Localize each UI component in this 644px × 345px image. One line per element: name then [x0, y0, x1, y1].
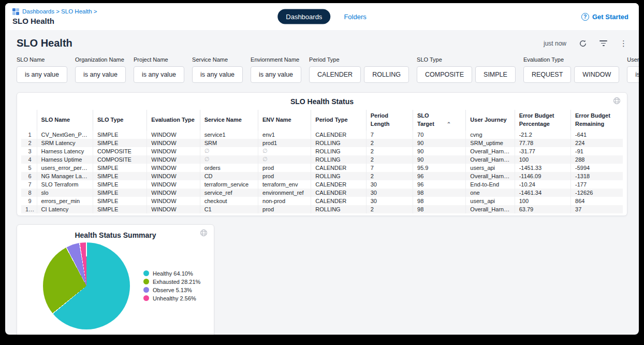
- filter-value-button[interactable]: REQUEST: [523, 66, 571, 83]
- column-header[interactable]: SLO Target⌃: [413, 110, 466, 131]
- table-row[interactable]: 1CV_NextGen_ProdSIMPLEWINDOWservice1env1…: [21, 131, 623, 139]
- column-header[interactable]: User Journey: [466, 110, 515, 131]
- table-cell: terraform_env: [258, 180, 311, 189]
- table-cell: WINDOW: [147, 197, 200, 205]
- table-row[interactable]: 3Harness LatencyCOMPOSITEWINDOW∅∅ROLLING…: [21, 147, 623, 155]
- row-number: 2: [21, 139, 37, 147]
- legend-item[interactable]: Healthy 64.10%: [143, 270, 200, 277]
- filter-value-button[interactable]: CALENDER: [309, 66, 361, 83]
- column-header[interactable]: ENV Name: [258, 110, 311, 131]
- filter-label: Period Type: [309, 56, 409, 63]
- table-cell: ROLLING: [311, 172, 366, 180]
- filter-value-button[interactable]: COMPOSITE: [417, 66, 472, 83]
- filter-icon[interactable]: [599, 40, 607, 46]
- column-header[interactable]: Error Budget Percentage: [515, 110, 570, 131]
- filter-value-button[interactable]: is any value: [75, 66, 126, 83]
- table-cell: non-prod: [258, 197, 311, 205]
- filter-value-button[interactable]: WINDOW: [574, 66, 619, 83]
- filter-value-button[interactable]: is any value: [251, 66, 301, 83]
- table-row[interactable]: 4Harness UptimeCOMPOSITEWINDOW∅∅ROLLING2…: [21, 155, 623, 164]
- column-header[interactable]: Period Type: [311, 110, 366, 131]
- filter-label: SLO Type: [417, 56, 516, 63]
- tab-dashboards[interactable]: Dashboards: [277, 9, 330, 24]
- globe-icon[interactable]: [613, 97, 621, 107]
- filter-label: Service Name: [192, 56, 243, 63]
- row-number: 7: [21, 180, 37, 189]
- table-cell: 90: [413, 139, 466, 147]
- table-row[interactable]: 10CI LatencySIMPLEWINDOWC1prodROLLING298…: [21, 205, 623, 213]
- table-row[interactable]: 8sloSIMPLEWINDOWservice_refenvironment_r…: [21, 189, 623, 197]
- table-cell: Overall_Harness: [466, 155, 515, 164]
- table-row[interactable]: 6NG Manager LatencySIMPLEWINDOWCDprodROL…: [21, 172, 623, 180]
- table-cell: CALENDER: [311, 131, 366, 139]
- column-header[interactable]: Error Budget Remaining: [571, 110, 623, 131]
- dashboard-title: SLO Health: [17, 37, 72, 49]
- pie-chart[interactable]: [43, 242, 130, 329]
- table-cell: orders: [200, 164, 258, 172]
- table-cell: SIMPLE: [93, 197, 147, 205]
- refresh-icon[interactable]: [579, 39, 587, 48]
- filter-value-button[interactable]: is any value: [134, 66, 184, 83]
- filter-group-period-type: Period TypeCALENDERROLLING: [309, 56, 409, 83]
- table-cell: -1318: [571, 172, 623, 180]
- table-cell: cvng: [466, 131, 515, 139]
- table-cell: -1461.34: [515, 189, 570, 197]
- filter-group-user-journey: User Journeyis any value: [627, 56, 639, 83]
- filter-value-button[interactable]: is any value: [627, 66, 639, 83]
- table-row[interactable]: 7SLO TerraformSIMPLEWINDOWterraform_serv…: [21, 180, 623, 189]
- table-cell: terraform_service: [200, 180, 258, 189]
- filter-group-evaluation-type: Evaluation TypeREQUESTWINDOW: [523, 56, 619, 83]
- kebab-menu-icon[interactable]: ⋮: [620, 39, 627, 47]
- table-cell: 100: [515, 155, 570, 164]
- column-header[interactable]: Period Length: [366, 110, 413, 131]
- view-tabs: Dashboards Folders: [277, 9, 366, 24]
- filter-value-button[interactable]: is any value: [192, 66, 243, 83]
- legend-item[interactable]: Exhausted 28.21%: [143, 279, 200, 285]
- column-header[interactable]: Evaluation Type: [147, 110, 200, 131]
- filter-label: Enviornment Name: [251, 56, 301, 63]
- slo-health-status-card: SLO Health Status SLO NameSLO TypeEvalua…: [17, 92, 627, 216]
- filter-value-button[interactable]: ROLLING: [364, 66, 409, 83]
- table-cell: 90: [413, 147, 466, 155]
- filter-value-button[interactable]: SIMPLE: [475, 66, 516, 83]
- filter-label: Organization Name: [75, 56, 126, 63]
- table-cell: ROLLING: [311, 147, 366, 155]
- legend-label: Healthy 64.10%: [153, 270, 193, 277]
- table-cell: checkout: [200, 197, 258, 205]
- table-cell: prod: [258, 205, 311, 213]
- table-cell: ROLLING: [311, 205, 366, 213]
- table-cell: Overall_Harness: [466, 147, 515, 155]
- table-cell: 96: [413, 172, 466, 180]
- pie-legend: Healthy 64.10%Exhausted 28.21%Observe 5.…: [143, 270, 200, 301]
- table-row[interactable]: 5users_error_per_minSIMPLEWINDOWorderspr…: [21, 164, 623, 172]
- table-row[interactable]: 9errors_per_minSIMPLEWINDOWcheckoutnon-p…: [21, 197, 623, 205]
- table-row[interactable]: 2SRM LatencySIMPLEWINDOWSRMprod1ROLLING2…: [21, 139, 623, 147]
- legend-item[interactable]: Unhealthy 2.56%: [143, 295, 200, 301]
- table-cell: prod1: [258, 139, 311, 147]
- slo-table: SLO NameSLO TypeEvaluation TypeService N…: [21, 110, 623, 213]
- globe-icon[interactable]: [200, 229, 208, 239]
- table-cell: 30: [366, 189, 413, 197]
- filter-group-slo-name: SLO Nameis any value: [17, 56, 67, 83]
- tab-folders[interactable]: Folders: [344, 13, 366, 21]
- table-header: SLO NameSLO TypeEvaluation TypeService N…: [21, 110, 623, 131]
- column-header[interactable]: SLO Type: [93, 110, 147, 131]
- row-number: 3: [21, 147, 37, 155]
- filter-group-project-name: Project Nameis any value: [134, 56, 184, 83]
- table-cell: ∅: [200, 147, 258, 155]
- table-cell: errors_per_min: [37, 197, 93, 205]
- row-number: 6: [21, 172, 37, 180]
- row-number: 8: [21, 189, 37, 197]
- table-cell: 70: [413, 131, 466, 139]
- table-cell: SIMPLE: [93, 164, 147, 172]
- column-header[interactable]: SLO Name: [37, 110, 93, 131]
- table-cell: prod: [258, 164, 311, 172]
- column-header[interactable]: Service Name: [200, 110, 258, 131]
- table-cell: 96: [413, 180, 466, 189]
- breadcrumb-text[interactable]: Dashboards > SLO Health >: [22, 8, 97, 15]
- get-started-link[interactable]: ? Get Started: [581, 13, 628, 21]
- legend-item[interactable]: Observe 5.13%: [143, 287, 200, 293]
- table-cell: 2: [366, 147, 413, 155]
- filter-value-button[interactable]: is any value: [17, 66, 67, 83]
- breadcrumb[interactable]: Dashboards > SLO Health >: [12, 8, 97, 15]
